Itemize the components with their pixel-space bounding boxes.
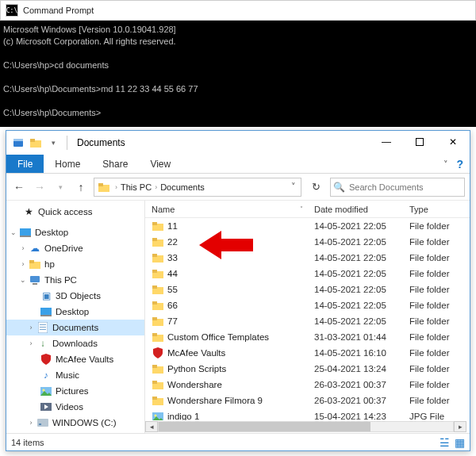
file-date: 25-04-2021 13:24 [314, 364, 409, 374]
file-row[interactable]: indigo 115-04-2021 14:23JPG File [145, 408, 470, 420]
nav-quick-access[interactable]: ★Quick access [6, 204, 144, 220]
file-row[interactable]: Wondershare Filmora 926-03-2021 00:37Fil… [145, 393, 470, 408]
folder-icon [152, 267, 164, 280]
file-row[interactable]: 7714-05-2021 22:05File folder [145, 313, 470, 329]
breadcrumb-this-pc[interactable]: This PC [119, 182, 153, 192]
search-input[interactable] [347, 182, 464, 193]
minimize-button[interactable]: — [370, 131, 403, 153]
expand-icon[interactable]: › [17, 244, 29, 252]
horizontal-scrollbar[interactable]: ◂ ▸ [145, 420, 470, 433]
file-date: 14-05-2021 22:05 [314, 269, 409, 278]
tab-home[interactable]: Home [44, 155, 91, 173]
chevron-right-icon[interactable]: › [113, 183, 119, 191]
chevron-right-icon[interactable]: › [153, 183, 159, 191]
nav-music[interactable]: ♪Music [6, 367, 144, 383]
file-row[interactable]: McAfee Vaults14-05-2021 16:10File folder [145, 345, 470, 361]
svg-rect-41 [152, 301, 157, 305]
explorer-window: ▾ Documents — ✕ File Home Share View ˅ ?… [6, 130, 470, 451]
scroll-right-button[interactable]: ▸ [454, 421, 466, 432]
nav-pictures[interactable]: Pictures [6, 383, 144, 399]
file-row[interactable]: Python Scripts25-04-2021 13:24File folde… [145, 361, 470, 377]
svg-rect-49 [152, 381, 157, 384]
cube-icon: ▣ [40, 289, 52, 302]
address-dropdown-icon[interactable]: ˅ [286, 182, 301, 192]
file-type: JPG File [409, 412, 470, 420]
image-icon [152, 410, 164, 420]
breadcrumb-documents[interactable]: Documents [159, 182, 206, 192]
file-type: File folder [409, 237, 470, 247]
videos-icon [40, 400, 52, 413]
maximize-button[interactable] [403, 131, 436, 153]
view-details-icon[interactable]: ☱ [440, 436, 450, 449]
tab-view[interactable]: View [139, 155, 182, 173]
file-row[interactable]: 6614-05-2021 22:05File folder [145, 297, 470, 313]
back-button[interactable]: ← [11, 179, 27, 195]
folder-icon [152, 251, 164, 264]
recent-locations-button[interactable]: ▾ [52, 179, 68, 195]
column-name[interactable]: Name˅ [145, 205, 308, 214]
file-type: File folder [409, 253, 470, 262]
forward-button[interactable]: → [32, 179, 48, 195]
up-button[interactable]: ↑ [73, 179, 89, 195]
file-date: 14-05-2021 22:05 [314, 237, 409, 247]
cmd-title-bar[interactable]: C:\ Command Prompt [0, 0, 476, 21]
ribbon-expand-icon[interactable]: ˅ [443, 159, 448, 170]
expand-icon[interactable]: › [25, 324, 36, 331]
svg-rect-17 [40, 327, 46, 328]
nav-drive-c[interactable]: ›WINDOWS (C:) [6, 415, 144, 431]
navigation-pane[interactable]: ★Quick access ⌄Desktop ›☁OneDrive ›hp ⌄T… [6, 201, 145, 433]
nav-onedrive[interactable]: ›☁OneDrive [6, 240, 144, 256]
cmd-output[interactable]: Microsoft Windows [Version 10.0.19041.92… [0, 21, 476, 122]
nav-downloads[interactable]: ›↓Downloads [6, 335, 144, 351]
expand-icon[interactable]: › [17, 260, 29, 268]
column-date[interactable]: Date modified [308, 205, 403, 214]
file-row[interactable]: 4414-05-2021 22:05File folder [145, 266, 470, 282]
nav-desktop-2[interactable]: Desktop [6, 304, 144, 320]
file-type: File folder [409, 396, 470, 405]
file-rows[interactable]: 1114-05-2021 22:05File folder2214-05-202… [145, 218, 470, 420]
file-type: File folder [409, 332, 470, 342]
svg-rect-23 [39, 423, 41, 425]
file-name: 55 [167, 285, 314, 294]
cmd-icon: C:\ [6, 4, 18, 17]
nav-hp[interactable]: ›hp [6, 256, 144, 272]
file-row[interactable]: 3314-05-2021 22:05File folder [145, 250, 470, 266]
file-row[interactable]: 5514-05-2021 22:05File folder [145, 282, 470, 297]
view-thumbnails-icon[interactable]: ▦ [455, 436, 465, 449]
svg-rect-7 [20, 228, 31, 236]
nav-mcafee[interactable]: McAfee Vaults [6, 351, 144, 367]
refresh-button[interactable]: ↻ [306, 178, 325, 197]
search-box[interactable]: 🔍 [330, 178, 465, 197]
tab-file[interactable]: File [6, 155, 44, 173]
nav-3d-objects[interactable]: ▣3D Objects [6, 288, 144, 304]
close-button[interactable]: ✕ [436, 131, 470, 153]
file-type: File folder [409, 364, 470, 374]
navigation-row: ← → ▾ ↑ › This PC › Documents ˅ ↻ 🔍 [6, 174, 470, 201]
nav-this-pc[interactable]: ⌄This PC [6, 272, 144, 288]
file-row[interactable]: Wondershare26-03-2021 00:37File folder [145, 377, 470, 393]
nav-desktop[interactable]: ⌄Desktop [6, 224, 144, 240]
desktop-icon [40, 305, 52, 318]
file-icon[interactable] [11, 136, 25, 150]
file-name: 66 [167, 301, 314, 310]
explorer-title-bar[interactable]: ▾ Documents — ✕ [6, 131, 470, 155]
scroll-track[interactable] [158, 421, 454, 432]
tab-share[interactable]: Share [91, 155, 139, 173]
column-type[interactable]: Type [403, 205, 470, 214]
scroll-thumb[interactable] [159, 422, 370, 431]
nav-videos[interactable]: Videos [6, 399, 144, 415]
file-row[interactable]: 1114-05-2021 22:05File folder [145, 218, 470, 234]
help-icon[interactable]: ? [456, 158, 463, 171]
ribbon-tabs: File Home Share View ˅ ? [6, 155, 470, 174]
collapse-icon[interactable]: ⌄ [8, 228, 19, 236]
expand-icon[interactable]: › [25, 339, 36, 347]
nav-documents[interactable]: ›Documents [6, 320, 144, 335]
expand-icon[interactable]: › [25, 419, 36, 427]
chevron-down-icon[interactable]: ▾ [46, 136, 60, 150]
folder-open-icon[interactable] [29, 136, 43, 150]
file-row[interactable]: Custom Office Templates31-03-2021 01:44F… [145, 329, 470, 345]
address-bar[interactable]: › This PC › Documents ˅ [94, 178, 301, 197]
scroll-left-button[interactable]: ◂ [145, 421, 158, 432]
collapse-icon[interactable]: ⌄ [17, 276, 29, 284]
file-row[interactable]: 2214-05-2021 22:05File folder [145, 234, 470, 250]
